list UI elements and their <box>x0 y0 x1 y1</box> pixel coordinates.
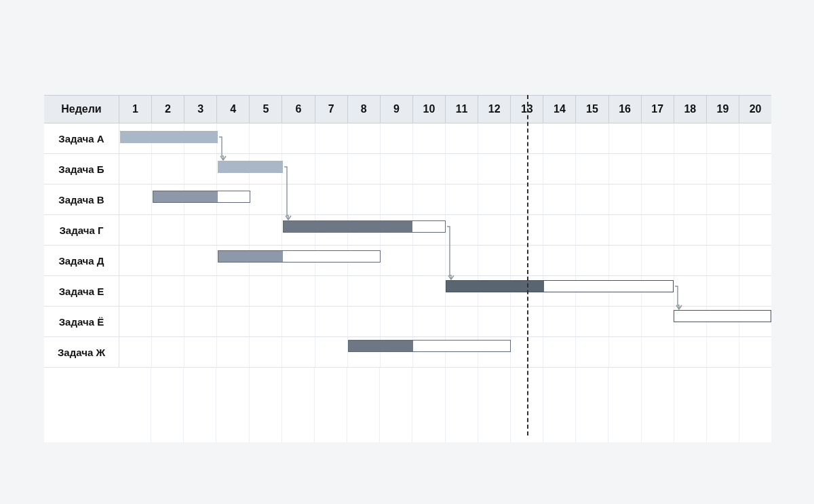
grid-cell <box>642 337 674 367</box>
gantt-rows: Задача АЗадача БЗадача ВЗадача ГЗадача Д… <box>44 123 771 368</box>
grid-cell <box>413 307 446 336</box>
grid-cell <box>152 337 185 367</box>
task-row: Задача Е <box>44 276 771 307</box>
task-label: Задача А <box>44 123 119 153</box>
grid-cell <box>674 154 707 184</box>
grid-cell <box>609 337 642 367</box>
grid-cell <box>674 123 707 153</box>
grid-cell <box>609 307 642 336</box>
header-weeks-label: Недели <box>44 96 119 123</box>
grid-cell <box>152 185 185 214</box>
grid-cell <box>478 154 511 184</box>
grid-cell <box>739 185 771 214</box>
grid-cell <box>315 123 348 153</box>
grid-cell <box>543 307 576 336</box>
grid-cell <box>381 337 413 367</box>
grid-cell <box>478 185 511 214</box>
grid-cell <box>282 154 315 184</box>
grid-cell <box>217 154 250 184</box>
grid-cell <box>119 154 152 184</box>
grid-cell <box>348 246 381 275</box>
grid-cell <box>250 337 282 367</box>
task-label: Задача Ж <box>44 337 119 367</box>
grid-cell <box>543 276 576 306</box>
week-header-5: 5 <box>250 96 282 123</box>
grid-cell <box>446 185 478 214</box>
grid-cell <box>739 307 771 336</box>
grid-cell <box>707 154 739 184</box>
grid-cell <box>152 307 185 336</box>
grid-cell <box>119 368 151 442</box>
grid-cell <box>707 185 739 214</box>
grid-cell <box>348 307 381 336</box>
grid-cell <box>543 215 576 245</box>
grid-cell <box>739 368 771 442</box>
gantt-blank-area <box>44 368 771 442</box>
grid-cell <box>315 246 348 275</box>
grid-cell <box>642 215 674 245</box>
grid-cell <box>380 368 412 442</box>
grid-cell <box>413 246 446 275</box>
grid-cell <box>543 246 576 275</box>
grid-cell <box>609 185 642 214</box>
grid-cell <box>381 154 413 184</box>
grid-cell <box>674 276 707 306</box>
grid-cell <box>217 337 250 367</box>
grid-cell <box>446 276 478 306</box>
week-header-8: 8 <box>348 96 381 123</box>
grid-cell <box>739 276 771 306</box>
grid-cell <box>217 123 250 153</box>
grid-cell <box>739 154 771 184</box>
grid-cell <box>642 185 674 214</box>
week-header-2: 2 <box>152 96 185 123</box>
grid-cell <box>511 276 543 306</box>
task-label: Задача Д <box>44 246 119 275</box>
grid-cell <box>381 307 413 336</box>
grid-cell <box>217 185 250 214</box>
grid-cell <box>119 185 152 214</box>
grid-cell <box>576 123 608 153</box>
grid-cell <box>707 246 739 275</box>
grid-cell <box>413 185 446 214</box>
grid-cell <box>674 368 707 442</box>
grid-cell <box>381 123 413 153</box>
task-row: Задача Ж <box>44 337 771 368</box>
grid-cell <box>674 215 707 245</box>
grid-cell <box>250 185 282 214</box>
grid-cell <box>642 368 674 442</box>
grid-cell <box>511 246 543 275</box>
grid-cell <box>478 246 511 275</box>
grid-cell <box>152 215 185 245</box>
week-header-11: 11 <box>446 96 478 123</box>
grid-cell <box>282 368 315 442</box>
grid-cell <box>413 337 446 367</box>
task-label: Задача Ё <box>44 307 119 336</box>
week-header-12: 12 <box>478 96 511 123</box>
grid-cell <box>608 368 641 442</box>
grid-cell <box>707 123 739 153</box>
week-header-9: 9 <box>381 96 413 123</box>
grid-cell <box>543 337 576 367</box>
task-label: Задача В <box>44 185 119 214</box>
grid-cell <box>217 307 250 336</box>
grid-cell <box>576 276 608 306</box>
grid-cell <box>511 154 543 184</box>
grid-cell <box>381 246 413 275</box>
week-header-16: 16 <box>609 96 642 123</box>
grid-cell <box>543 123 576 153</box>
grid-cell <box>119 307 152 336</box>
grid-cell <box>412 368 445 442</box>
grid-cell <box>413 123 446 153</box>
grid-cell <box>576 246 608 275</box>
grid-cell <box>478 337 511 367</box>
grid-cell <box>739 123 771 153</box>
grid-cell <box>446 368 478 442</box>
grid-cell <box>609 154 642 184</box>
grid-cell <box>119 215 152 245</box>
grid-cell <box>674 185 707 214</box>
grid-cell <box>478 276 511 306</box>
grid-cell <box>478 368 511 442</box>
grid-cell <box>609 123 642 153</box>
grid-cell <box>446 337 478 367</box>
grid-cell <box>348 276 381 306</box>
